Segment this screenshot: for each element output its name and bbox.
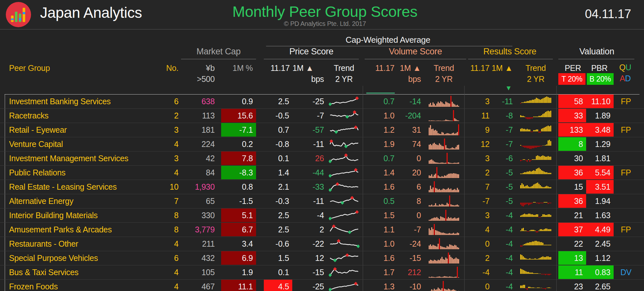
table-row: Bus & Taxi Services41051.90.1-151.7212-4…: [0, 265, 644, 280]
market-cap-value-cell: 1,930: [180, 180, 215, 194]
pbr-column-header[interactable]: PBR: [591, 63, 608, 73]
results-1m-column-header[interactable]: 1M ▲: [484, 63, 513, 73]
market-cap-1m-pct-cell: 1.9: [221, 265, 256, 279]
market-cap-value-cell: 638: [180, 95, 215, 108]
volume-trend-column-header[interactable]: Trend: [434, 63, 454, 73]
price-1m-column-header[interactable]: 1M ▲: [284, 63, 314, 73]
results-trend-sparkline: [520, 124, 552, 136]
results-trend-sparkline: [520, 110, 552, 121]
volume-trend-sparkline: [429, 196, 459, 207]
per-cell: 36: [558, 194, 586, 208]
sort-indicator-down-icon[interactable]: ▼: [504, 84, 513, 92]
price-score-cell: 0.1: [264, 265, 292, 279]
volume-score-cell: 1.4: [369, 166, 394, 179]
peer-group-name-cell[interactable]: Bus & Taxi Services: [9, 265, 158, 279]
results-up-triangle-icon: ▲: [505, 63, 513, 73]
pbr-cell: 0.83: [586, 265, 614, 279]
results-trend-column-header[interactable]: Trend: [526, 63, 546, 73]
pbr-cell: 1.12: [586, 251, 614, 265]
volume-1m-bps-cell: 0: [397, 208, 421, 222]
volume-1m-bps-cell: 212: [397, 265, 421, 279]
price-trend-sparkline: [329, 181, 360, 193]
top-bar: Japan Analytics Monthly Peer Group Score…: [0, 0, 644, 29]
results-trend-sparkline: [520, 266, 552, 278]
results-1m-cell: -7: [491, 137, 513, 151]
peer-group-name-cell[interactable]: Real Estate - Leasing Services: [9, 180, 158, 194]
results-1m-cell: -5: [491, 180, 513, 194]
market-cap-value-cell: 467: [180, 280, 215, 291]
price-score-cell: 0.7: [264, 123, 292, 137]
results-trend-sparkline: [520, 209, 552, 221]
per-top20-badge: T 20%: [558, 73, 585, 85]
peer-group-name-cell[interactable]: Interior Building Materials: [9, 208, 158, 222]
peer-group-name-cell[interactable]: Alternative Energy: [9, 194, 158, 208]
market-cap-1m-pct-cell: 5.1: [221, 208, 256, 222]
peer-group-name-cell[interactable]: Amusement Parks & Arcades: [9, 223, 158, 236]
results-1m-cell: -4: [491, 265, 513, 279]
peer-group-name-cell[interactable]: Restaurants - Other: [9, 237, 158, 251]
results-score-cell: 0: [468, 280, 489, 291]
price-score-group-label[interactable]: Price Score: [289, 47, 333, 57]
peer-group-name-cell[interactable]: Racetracks: [9, 109, 158, 122]
per-cell: 22: [558, 237, 586, 251]
peer-group-name-cell[interactable]: Special Purpose Vehicles: [9, 251, 158, 265]
results-score-group-label[interactable]: Results Score: [483, 47, 536, 57]
volume-score-cell: 1.7: [369, 265, 394, 279]
per-cell: 37: [558, 223, 586, 236]
pct-1m-column-header[interactable]: 1M %: [218, 63, 253, 73]
price-2yr-label: 2 YR: [335, 74, 353, 84]
price-trend-sparkline: [329, 252, 360, 264]
market-cap-value-cell: 65: [180, 194, 215, 208]
volume-1m-column-header[interactable]: 1M ▲: [392, 63, 421, 73]
price-trend-sparkline: [329, 167, 360, 178]
volume-1m-bps-cell: -14: [397, 95, 421, 108]
peer-group-name-cell[interactable]: Venture Capital: [9, 137, 158, 151]
peer-group-name-cell[interactable]: Retail - Eyewear: [9, 123, 158, 137]
volume-up-triangle-icon: ▲: [413, 63, 421, 73]
pbr-cell: 2.45: [586, 237, 614, 251]
price-trend-column-header[interactable]: Trend: [334, 63, 354, 73]
no-of-companies-cell: 4: [155, 237, 178, 251]
results-1m-cell: -4: [491, 251, 513, 265]
market-cap-1m-pct-cell: 11.1: [221, 280, 256, 291]
volume-1m-bps-cell: 8: [397, 194, 421, 208]
per-column-header[interactable]: PER: [565, 63, 581, 73]
table-row: Investment Management Services3427.80.12…: [0, 151, 644, 166]
no-of-companies-cell: 4: [155, 166, 178, 179]
price-1m-bps-cell: -44: [295, 166, 324, 179]
yen-b-column-header[interactable]: ¥b: [180, 63, 215, 73]
no-column-header[interactable]: No.: [155, 63, 178, 73]
per-cell: 21: [558, 208, 586, 222]
table-row: Racetracks211315.6-0.5-71.0-20411-8331.8…: [0, 109, 644, 123]
results-1m-cell: -7: [491, 123, 513, 137]
volume-1m-bps-cell: -15: [397, 251, 421, 265]
table-row: Real Estate - Leasing Services101,9300.8…: [0, 180, 644, 194]
volume-score-cell: 1.6: [369, 180, 394, 194]
peer-group-name-cell[interactable]: Public Relations: [9, 166, 158, 179]
price-trend-sparkline: [329, 138, 360, 150]
market-cap-value-cell: 181: [180, 123, 215, 137]
price-1m-bps-cell: -25: [295, 95, 324, 108]
peer-group-name-cell[interactable]: Frozen Foods: [9, 280, 158, 291]
market-cap-1m-pct-cell: 0.9: [221, 95, 256, 108]
brand-title: Japan Analytics: [40, 4, 142, 21]
volume-bps-label: bps: [392, 74, 421, 84]
volume-1117-column-header[interactable]: 11.17: [369, 63, 394, 73]
price-score-cell: 1.4: [264, 166, 292, 179]
peer-group-name-cell[interactable]: Investment Banking Services: [9, 95, 158, 108]
flag-q-letter: Q: [619, 63, 626, 72]
price-1m-bps-cell: 26: [295, 151, 324, 165]
volume-score-cell: 0.7: [369, 95, 394, 108]
market-cap-1m-pct-cell: 3.4: [221, 237, 256, 251]
table-row: Investment Banking Services66380.92.5-25…: [0, 95, 644, 109]
volume-1m-bps-cell: 6: [397, 180, 421, 194]
market-cap-1m-pct-cell: -8.3: [221, 166, 256, 179]
table-header: Cap-Weighted Average Market Cap Price Sc…: [0, 29, 644, 95]
table-row: Public Relations484-8.31.4-441.4202-5365…: [0, 166, 644, 180]
pbr-cell: 1.89: [586, 109, 614, 122]
volume-score-group-label[interactable]: Volume Score: [389, 47, 442, 57]
volume-trend-sparkline: [429, 110, 459, 121]
pbr-cell: 1.81: [586, 151, 614, 165]
peer-group-name-cell[interactable]: Investment Management Services: [9, 151, 158, 165]
peer-group-column-header[interactable]: Peer Group: [9, 63, 50, 73]
